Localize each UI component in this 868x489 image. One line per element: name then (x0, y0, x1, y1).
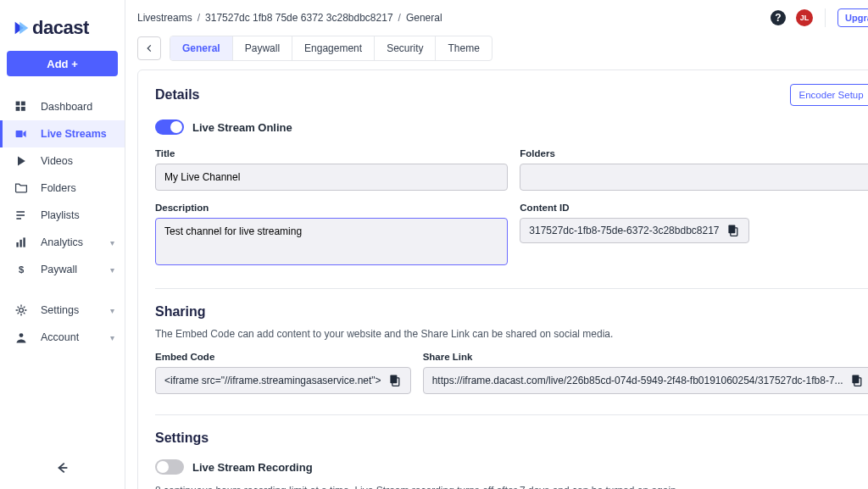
sidebar-item-label: Analytics (41, 236, 83, 248)
add-button[interactable]: Add + (7, 51, 118, 76)
sidebar-item-folders[interactable]: Folders (0, 175, 125, 202)
person-icon (14, 330, 29, 345)
svg-point-13 (19, 333, 24, 337)
breadcrumb-separator: / (198, 12, 200, 24)
svg-rect-10 (23, 237, 25, 247)
sidebar: dacast Add + Dashboard Live Streams Vide… (0, 0, 125, 489)
encoder-setup-button[interactable]: Encoder Setup (790, 84, 868, 106)
sidebar-item-label: Account (41, 331, 79, 343)
copy-icon[interactable] (726, 224, 740, 237)
sharing-helper-text: The Embed Code can add content to your w… (155, 328, 868, 340)
sidebar-item-dashboard[interactable]: Dashboard (0, 93, 125, 120)
svg-rect-9 (19, 240, 21, 247)
folders-input[interactable] (520, 164, 868, 191)
tab-engagement[interactable]: Engagement (292, 36, 375, 60)
share-link-label: Share Link (423, 352, 868, 362)
svg-rect-2 (16, 107, 20, 111)
chevron-down-icon: ▾ (110, 238, 114, 247)
playlist-icon (14, 208, 29, 223)
svg-rect-3 (21, 107, 25, 111)
svg-rect-7 (16, 218, 21, 219)
tab-security[interactable]: Security (375, 36, 436, 60)
folder-icon (14, 181, 29, 196)
logo-text: dacast (32, 17, 89, 39)
svg-rect-16 (728, 225, 735, 234)
gear-icon (14, 303, 29, 318)
section-title-sharing: Sharing (155, 304, 868, 320)
sidebar-item-live-streams[interactable]: Live Streams (0, 120, 125, 147)
dashboard-icon (14, 99, 29, 114)
content-card: Details Encoder Setup Live Stream Online… (137, 69, 868, 489)
tab-general[interactable]: General (170, 36, 233, 60)
live-stream-online-toggle[interactable] (155, 119, 184, 135)
breadcrumb-item[interactable]: Livestreams (137, 12, 192, 24)
sidebar-item-account[interactable]: Account ▾ (0, 324, 125, 351)
sidebar-item-settings[interactable]: Settings ▾ (0, 297, 125, 324)
sidebar-item-label: Live Streams (41, 128, 107, 140)
title-label: Title (155, 148, 508, 158)
tablist: General Paywall Engagement Security Them… (170, 36, 492, 61)
recording-helper-text: 8 continuous hours recording limit at a … (155, 485, 868, 489)
sidebar-item-playlists[interactable]: Playlists (0, 202, 125, 229)
chevron-down-icon: ▾ (110, 265, 114, 275)
folders-label: Folders (520, 148, 868, 158)
section-title-settings: Settings (155, 431, 868, 446)
sidebar-nav: Dashboard Live Streams Videos Folders Pl… (0, 86, 125, 450)
sidebar-item-videos[interactable]: Videos (0, 147, 125, 175)
arrow-left-icon (55, 460, 70, 475)
upgrade-button[interactable]: Upgrade (837, 8, 868, 27)
svg-rect-0 (16, 102, 20, 106)
tab-paywall[interactable]: Paywall (233, 36, 292, 60)
divider (155, 414, 868, 415)
svg-rect-6 (16, 214, 25, 216)
analytics-icon (14, 235, 29, 250)
copy-icon[interactable] (850, 374, 864, 387)
content-id-box: 317527dc-1fb8-75de-6372-3c28bdbc8217 (520, 218, 748, 243)
svg-rect-18 (390, 375, 397, 384)
chevron-left-icon (144, 43, 154, 53)
tab-theme[interactable]: Theme (436, 36, 491, 60)
back-button[interactable] (137, 36, 161, 60)
description-textarea[interactable]: Test channel for live streaming (155, 218, 508, 265)
title-input[interactable] (155, 164, 508, 191)
svg-text:$: $ (19, 264, 25, 275)
live-stream-recording-toggle[interactable] (155, 459, 184, 475)
content-id-label: Content ID (520, 203, 868, 213)
content-id-value: 317527dc-1fb8-75de-6372-3c28bdbc8217 (529, 225, 719, 236)
svg-rect-1 (21, 102, 25, 106)
help-icon[interactable]: ? (771, 10, 786, 25)
svg-point-12 (19, 308, 24, 313)
live-stream-recording-label: Live Stream Recording (192, 461, 313, 474)
embed-code-label: Embed Code (155, 352, 411, 362)
svg-rect-5 (16, 211, 25, 213)
sidebar-item-analytics[interactable]: Analytics ▾ (0, 229, 125, 256)
live-stream-online-label: Live Stream Online (192, 121, 292, 134)
section-title-details: Details (155, 87, 199, 103)
divider (155, 288, 868, 289)
sidebar-item-label: Paywall (41, 264, 77, 275)
brand-logo[interactable]: dacast (0, 0, 125, 51)
description-label: Description (155, 203, 508, 213)
sidebar-item-label: Settings (41, 304, 79, 316)
topbar: Livestreams / 317527dc 1fb8 75de 6372 3c… (125, 0, 868, 36)
svg-rect-20 (852, 375, 859, 384)
svg-rect-8 (16, 242, 18, 247)
logo-mark-icon (12, 19, 31, 37)
sidebar-item-label: Videos (41, 155, 73, 167)
sidebar-item-label: Playlists (41, 209, 80, 221)
embed-code-value: <iframe src="//iframe.streamingasaservic… (164, 375, 381, 386)
camera-icon (14, 126, 29, 142)
dollar-icon: $ (14, 262, 29, 277)
breadcrumb-separator: / (398, 12, 401, 24)
sidebar-item-paywall[interactable]: $ Paywall ▾ (0, 256, 125, 283)
share-link-value: https://iframe.dacast.com/live/226b85cd-… (432, 375, 843, 386)
chevron-down-icon: ▾ (110, 306, 114, 315)
sidebar-item-label: Dashboard (41, 101, 92, 113)
copy-icon[interactable] (388, 374, 402, 387)
share-link-box: https://iframe.dacast.com/live/226b85cd-… (423, 367, 868, 394)
play-icon (14, 153, 29, 169)
avatar[interactable]: JL (796, 9, 813, 26)
breadcrumb-item[interactable]: 317527dc 1fb8 75de 6372 3c28bdbc8217 (205, 12, 393, 24)
sidebar-item-label: Folders (41, 182, 76, 194)
collapse-sidebar-button[interactable] (0, 450, 125, 489)
